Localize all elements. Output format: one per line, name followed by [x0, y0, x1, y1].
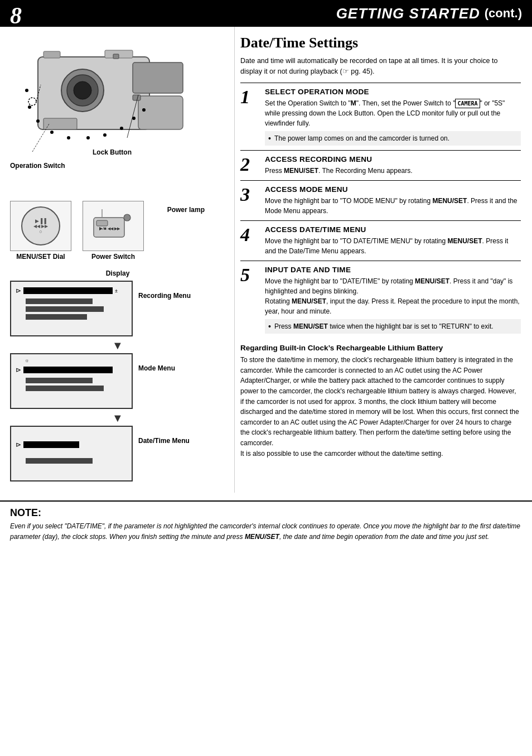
step-4: 4 ACCESS DATE/TIME MENU Move the highlig…: [240, 220, 521, 261]
svg-rect-26: [96, 220, 108, 226]
mode-menu-box: ☼ ⊳: [10, 353, 133, 409]
step-4-body: Move the highlight bar to "TO DATE/TIME …: [265, 236, 521, 256]
subsection-title: Regarding Built-in Clock’s Rechargeable …: [240, 344, 521, 352]
bullet-dot-1: •: [268, 133, 271, 143]
step-1-bullet-text: The power lamp comes on and the camcorde…: [274, 133, 449, 143]
step-4-number: 4: [240, 225, 260, 244]
svg-point-19: [86, 136, 90, 139]
svg-point-14: [25, 89, 28, 92]
svg-text:◀◀ ▶▶: ◀◀ ▶▶: [108, 227, 120, 230]
step-3-content: ACCESS MODE MENU Move the highlight bar …: [265, 185, 521, 216]
mode-menu-row: ☼ ⊳ Mode Menu: [10, 353, 225, 409]
bullet-dot-5: •: [268, 321, 271, 331]
datetime-menu-row: ⊳ Date/Time Menu: [10, 426, 225, 481]
svg-rect-9: [113, 54, 119, 59]
step-3-number: 3: [240, 185, 260, 204]
svg-point-15: [28, 105, 31, 109]
step-5-content: INPUT DATE AND TIME Move the highlight b…: [265, 266, 521, 334]
svg-rect-7: [138, 96, 183, 129]
dial-inner: ▶▐▐ ◀◀ ▶▶ ○: [21, 206, 60, 245]
menu-set-label: MENU/SET Dial: [10, 253, 71, 261]
recording-menu-label: Recording Menu: [138, 292, 205, 300]
recording-menu-inner: ⊳ ±: [11, 282, 132, 325]
step-1-heading: SELECT OPERATION MODE: [265, 88, 521, 96]
menu-set-dial-box: ▶▐▐ ◀◀ ▶▶ ○ MENU/SET Dial: [10, 201, 71, 261]
svg-point-3: [74, 81, 91, 99]
arrow-down-2: ▼: [10, 412, 225, 423]
note-section: NOTE: Even if you select "DATE/TIME", if…: [0, 500, 532, 550]
right-column: Date/Time Settings Date and time will au…: [234, 27, 532, 493]
section-title: Date/Time Settings: [240, 35, 521, 51]
step-1: 1 SELECT OPERATION MODE Set the Operatio…: [240, 83, 521, 151]
left-column: Operation Switch Lock Button ▶▐▐ ◀◀ ▶▶ ○…: [0, 27, 234, 493]
recording-menu-row: ⊳ ± Recording Menu: [10, 281, 225, 336]
svg-rect-8: [43, 118, 77, 129]
display-label: Display: [10, 269, 225, 277]
header-title: GETTING STARTED: [336, 5, 480, 22]
page-number: 8: [10, 2, 22, 29]
power-switch-area: ▶/■ ◀◀ ▶▶ Power lamp Power Switch: [83, 201, 144, 261]
subsection-body: To store the date/time in memory, the cl…: [240, 355, 521, 459]
step-4-content: ACCESS DATE/TIME MENU Move the highlight…: [265, 225, 521, 256]
step-2-content: ACCESS RECORDING MENU Press MENU/SET. Th…: [265, 155, 521, 176]
svg-point-23: [142, 108, 146, 112]
mode-menu-label: Mode Menu: [138, 364, 205, 372]
step-5-bullet: • Press MENU/SET twice when the highligh…: [265, 319, 521, 334]
step-1-bullet: • The power lamp comes on and the camcor…: [265, 131, 521, 146]
datetime-menu-inner: ⊳: [11, 427, 132, 469]
power-switch-svg: ▶/■ ◀◀ ▶▶: [88, 206, 138, 245]
step-3-heading: ACCESS MODE MENU: [265, 185, 521, 194]
datetime-menu-box: ⊳: [10, 426, 133, 481]
svg-point-18: [67, 136, 70, 139]
step-2-body: Press MENU/SET. The Recording Menu appea…: [265, 166, 521, 176]
svg-rect-4: [133, 62, 183, 93]
step-3: 3 ACCESS MODE MENU Move the highlight ba…: [240, 180, 521, 220]
bottom-diagrams: ▶▐▐ ◀◀ ▶▶ ○ MENU/SET Dial ▶/■: [10, 201, 225, 261]
operation-switch-label: Operation Switch: [10, 162, 65, 170]
step-5-heading: INPUT DATE AND TIME: [265, 266, 521, 274]
mode-menu-inner: ☼ ⊳: [11, 354, 132, 397]
camera-icon: CAMERA: [455, 99, 480, 108]
display-section: Display ⊳ ± Recording Menu: [10, 269, 225, 481]
recording-menu-box: ⊳ ±: [10, 281, 133, 336]
step-1-number: 1: [240, 88, 260, 107]
note-body: Even if you select "DATE/TIME", if the p…: [10, 521, 522, 542]
svg-point-17: [50, 131, 54, 134]
svg-point-16: [36, 119, 40, 123]
arrow-down-1: ▼: [10, 340, 225, 351]
svg-rect-12: [133, 95, 141, 100]
svg-point-20: [103, 133, 107, 137]
datetime-menu-label: Date/Time Menu: [138, 437, 205, 445]
svg-point-21: [120, 127, 123, 130]
svg-point-27: [124, 214, 130, 221]
step-5: 5 INPUT DATE AND TIME Move the highlight…: [240, 261, 521, 338]
svg-text:▶/■: ▶/■: [99, 226, 107, 231]
lock-button-label: Lock Button: [93, 148, 132, 156]
step-2: 2 ACCESS RECORDING MENU Press MENU/SET. …: [240, 150, 521, 180]
svg-point-10: [28, 98, 36, 105]
header-cont: (cont.): [485, 6, 522, 21]
svg-rect-5: [43, 51, 60, 58]
step-1-body: Set the Operation Switch to "M". Then, s…: [265, 98, 521, 128]
step-5-bullet-text: Press MENU/SET twice when the highlight …: [274, 321, 494, 331]
power-switch-label: Power Switch: [83, 253, 144, 261]
step-5-number: 5: [240, 266, 260, 285]
step-4-heading: ACCESS DATE/TIME MENU: [265, 225, 521, 234]
step-1-content: SELECT OPERATION MODE Set the Operation …: [265, 88, 521, 146]
step-2-heading: ACCESS RECORDING MENU: [265, 155, 521, 163]
note-heading: NOTE:: [10, 507, 522, 519]
camera-diagram: Operation Switch Lock Button: [10, 35, 222, 196]
dial-box: ▶▐▐ ◀◀ ▶▶ ○: [10, 201, 71, 251]
step-2-number: 2: [240, 155, 260, 174]
step-5-body: Move the highlight bar to "DATE/TIME" by…: [265, 276, 521, 316]
main-layout: Operation Switch Lock Button ▶▐▐ ◀◀ ▶▶ ○…: [0, 27, 532, 493]
page-header: 8 GETTING STARTED (cont.): [0, 0, 532, 27]
intro-text: Date and time will automatically be reco…: [240, 56, 521, 77]
power-switch-box: ▶/■ ◀◀ ▶▶ Power lamp: [83, 201, 144, 251]
power-lamp-label: Power lamp: [167, 206, 205, 214]
step-3-body: Move the highlight bar to "TO MODE MENU"…: [265, 196, 521, 216]
